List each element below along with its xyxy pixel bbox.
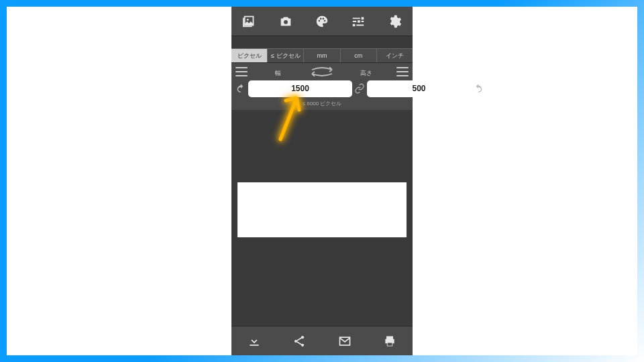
camera-icon — [278, 14, 293, 29]
undo-button[interactable] — [235, 79, 246, 98]
unit-tab-mm[interactable]: mm — [304, 49, 340, 62]
dimension-hint: ≤ 8000 ピクセル — [235, 100, 409, 107]
swap-icon — [309, 67, 335, 76]
settings-button[interactable] — [381, 8, 408, 35]
palette-icon — [315, 14, 329, 29]
share-button[interactable] — [286, 328, 313, 355]
print-button[interactable] — [376, 328, 403, 355]
unit-tabs: ピクセル ≤ ピクセル mm cm インチ — [231, 48, 413, 63]
undo-icon — [235, 83, 246, 94]
unit-tab-inch[interactable]: インチ — [377, 49, 413, 62]
canvas-area — [231, 110, 413, 326]
share-icon — [292, 335, 306, 348]
svg-point-2 — [319, 19, 321, 21]
top-toolbar — [231, 7, 413, 36]
width-label: 幅 — [275, 70, 281, 76]
svg-point-3 — [320, 17, 322, 19]
swap-dimensions-button[interactable] — [309, 66, 335, 77]
email-button[interactable] — [331, 328, 358, 355]
unit-tab-cm[interactable]: cm — [341, 49, 377, 62]
height-input[interactable] — [367, 80, 471, 97]
app-frame: ピクセル ≤ ピクセル mm cm インチ 幅 高さ — [231, 7, 413, 355]
image-canvas[interactable] — [237, 182, 407, 237]
svg-point-0 — [247, 18, 249, 20]
gallery-icon — [242, 14, 257, 29]
settings-icon — [387, 14, 402, 29]
sliders-button[interactable] — [345, 8, 372, 35]
camera-button[interactable] — [272, 8, 299, 35]
redo-button[interactable] — [473, 79, 484, 98]
link-aspect-button[interactable] — [354, 80, 365, 97]
download-icon — [248, 335, 261, 348]
svg-point-4 — [323, 17, 325, 19]
unit-tab-pixels[interactable]: ピクセル — [231, 49, 268, 62]
gallery-button[interactable] — [236, 8, 263, 35]
sliders-icon — [351, 14, 366, 29]
height-label: 高さ — [360, 70, 372, 76]
svg-rect-9 — [388, 343, 392, 345]
width-input[interactable] — [248, 80, 352, 97]
svg-point-5 — [324, 19, 326, 21]
download-button[interactable] — [241, 328, 268, 355]
width-menu-icon[interactable] — [235, 67, 248, 76]
svg-point-1 — [284, 19, 288, 23]
redo-icon — [473, 83, 484, 94]
height-menu-icon[interactable] — [396, 67, 409, 76]
link-icon — [354, 83, 365, 94]
print-icon — [383, 335, 396, 348]
email-icon — [338, 335, 352, 348]
dimension-panel: 幅 高さ — [231, 63, 413, 110]
bottom-toolbar — [231, 326, 413, 355]
palette-button[interactable] — [309, 8, 335, 35]
unit-tab-max-pixels[interactable]: ≤ ピクセル — [268, 49, 304, 62]
